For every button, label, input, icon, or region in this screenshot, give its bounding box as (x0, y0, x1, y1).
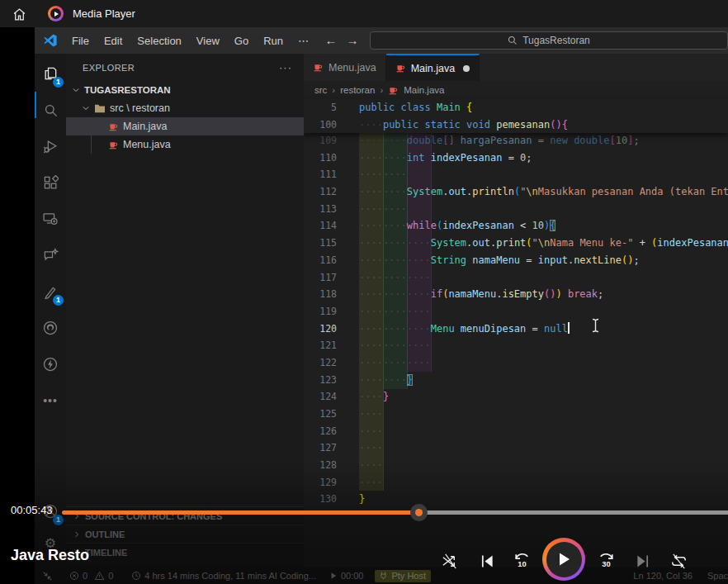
time-tracker[interactable]: 4 hrs 14 mins Coding, 11 mins AI Coding.… (131, 571, 316, 581)
breadcrumb-item[interactable]: restoran (340, 85, 375, 95)
tree-item-file[interactable]: Main.java (66, 117, 304, 135)
skip-forward-30-icon: 30 (596, 552, 617, 572)
sidebar-item-remote-explorer[interactable] (35, 201, 66, 237)
code-line-126: 126···· (304, 423, 728, 440)
spaces-text: Spac (707, 571, 728, 581)
code-line-128: 128···· (304, 457, 728, 474)
file-tree: TUGASRESTORANsrc \ restoranMain.javaMenu… (66, 81, 304, 154)
menu-go[interactable]: Go (227, 35, 256, 47)
java-file-icon (388, 85, 399, 96)
section-timeline[interactable]: TIMELINE (66, 543, 304, 561)
previous-button[interactable] (475, 548, 499, 573)
menu-run[interactable]: Run (256, 35, 291, 47)
sidebar-item-chat[interactable] (35, 237, 66, 273)
explorer-more-button[interactable]: ··· (279, 61, 292, 74)
remote-indicator[interactable] (42, 571, 53, 582)
error-count: 0 (83, 571, 87, 581)
folder-icon (94, 103, 106, 113)
next-button[interactable] (630, 548, 655, 573)
video-area[interactable]: FileEditSelectionViewGoRun⋯ ← → TugasRes… (0, 27, 728, 584)
code-line-120: 120············Menu menuDipesan = null (304, 320, 728, 338)
explorer-sidebar: EXPLORER ··· TUGASRESTORANsrc \ restoran… (66, 54, 304, 567)
sidebar-item-github[interactable] (35, 310, 66, 346)
breadcrumb[interactable]: src›restoran›Main.java (304, 81, 728, 99)
pen-tool-badge: 1 (53, 295, 64, 306)
tree-item-folder[interactable]: src \ restoran (66, 99, 304, 117)
menu-⋯[interactable]: ⋯ (291, 35, 316, 47)
sticky-scroll: 5public class Main {100····public static… (304, 99, 728, 133)
code-editor[interactable]: 109········double[] hargaPesanan = new d… (304, 99, 728, 567)
warning-count: 0 (108, 571, 113, 581)
play-time-indicator[interactable]: 00:00 (329, 571, 364, 581)
repeat-button[interactable] (666, 548, 691, 573)
tab-menu.java[interactable]: Menu.java (304, 54, 386, 81)
sidebar-item-thunder[interactable] (35, 346, 66, 382)
menu-file[interactable]: File (64, 35, 97, 47)
menu-bar: FileEditSelectionViewGoRun⋯ (64, 27, 316, 54)
tab-bar: Menu.javaMain.java (304, 54, 728, 81)
media-player-titlebar: Media Player (0, 0, 728, 27)
shuffle-button[interactable] (437, 548, 462, 573)
section-outline[interactable]: OUTLINE (66, 525, 304, 543)
home-button[interactable] (10, 5, 28, 23)
java-file-icon (108, 140, 119, 150)
warnings-icon (94, 571, 105, 581)
code-line-119: 119············ (304, 303, 728, 320)
tree-item-root[interactable]: TUGASRESTORAN (66, 81, 304, 99)
code-line-121: 121············ (304, 337, 728, 354)
sidebar-item-explorer[interactable]: 1 (35, 55, 66, 92)
sidebar-item-run-debug[interactable] (35, 128, 66, 164)
code-line-118: 118············if(namaMenu.isEmpty()) br… (304, 286, 728, 303)
remote-icon (42, 571, 53, 582)
problems-indicator[interactable]: 0 0 (69, 571, 113, 581)
sidebar-item-extensions[interactable] (35, 164, 66, 201)
sidebar-item-more[interactable]: ••• (35, 382, 66, 419)
clock-history-icon (131, 571, 141, 581)
code-line-117: 117············ (304, 269, 728, 287)
tree-item-file[interactable]: Menu.java (66, 135, 304, 154)
seek-handle[interactable] (410, 504, 428, 521)
nav-back-button[interactable]: ← (324, 33, 338, 48)
time-tracking-text: 4 hrs 14 mins Coding, 11 mins AI Coding.… (144, 571, 316, 581)
seek-bar[interactable] (62, 510, 728, 515)
activity-bar: 1 (35, 54, 66, 567)
search-text: TugasRestoran (522, 35, 590, 46)
code-line-114: 114········while(indexPesanan < 10){ (304, 217, 728, 235)
play-button[interactable] (542, 538, 585, 581)
skip-back-button[interactable]: 10 (509, 549, 534, 574)
command-search-box[interactable]: TugasRestoran (370, 31, 728, 50)
breadcrumb-item[interactable]: src (314, 85, 327, 95)
nav-forward-button[interactable]: → (345, 33, 360, 48)
text-caret (568, 322, 570, 334)
chevron-down-icon (72, 86, 80, 94)
remote-monitor-icon (42, 211, 59, 227)
menu-selection[interactable]: Selection (130, 35, 188, 47)
media-player-app-icon (48, 6, 64, 21)
play-small-icon (329, 572, 338, 580)
java-file-icon (108, 121, 119, 132)
app-title: Media Player (73, 0, 135, 27)
skip-forward-button[interactable]: 30 (593, 549, 618, 574)
next-icon (634, 553, 651, 570)
explorer-badge: 1 (53, 77, 64, 88)
code-line-115: 115············System.out.print("\nNama … (304, 235, 728, 252)
sidebar-item-pen-tool[interactable]: 1 (35, 273, 66, 310)
section-source-control-changes[interactable]: SOURCE CONTROL: CHANGES (66, 506, 304, 525)
tab-main.java[interactable]: Main.java (386, 54, 480, 81)
pty-host-text: Pty Host (391, 571, 426, 581)
explorer-header: EXPLORER ··· (66, 54, 304, 81)
sidebar-item-search[interactable] (35, 92, 66, 128)
play-logo-icon (53, 11, 59, 17)
pty-host-indicator[interactable]: Pty Host (375, 570, 431, 582)
menu-edit[interactable]: Edit (97, 35, 130, 47)
previous-icon (479, 553, 496, 570)
sticky-line-100: 100····public static void pemesanan(){ (304, 116, 728, 134)
code-line-109: 109········double[] hargaPesanan = new d… (304, 132, 728, 150)
menu-view[interactable]: View (189, 35, 227, 47)
search-icon (508, 36, 518, 45)
status-bar: 0 0 4 hrs 14 mins Coding, 11 mins AI Cod… (35, 567, 728, 584)
breadcrumb-item[interactable]: Main.java (404, 85, 444, 95)
vscode-titlebar: FileEditSelectionViewGoRun⋯ ← → TugasRes… (35, 27, 728, 54)
tree-indent-guide (91, 117, 92, 154)
indentation-indicator[interactable]: Spac (707, 571, 728, 581)
